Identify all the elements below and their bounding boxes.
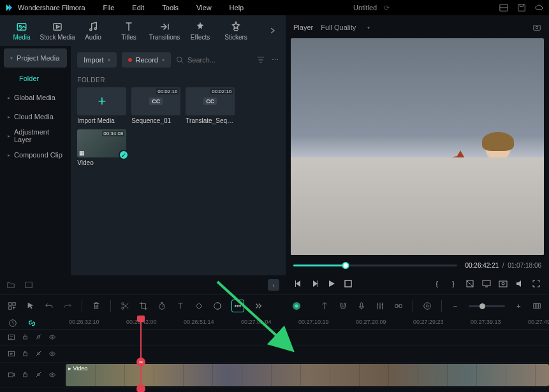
menu-view[interactable]: View [196,4,212,11]
tl-fit-icon[interactable] [532,301,541,311]
tl-zoom-out-icon[interactable]: − [451,301,459,311]
track-eye-icon[interactable] [48,333,56,342]
new-folder-icon[interactable] [6,280,15,289]
tl-render-icon[interactable] [423,301,432,311]
tl-delete-icon[interactable] [92,301,101,311]
window-title: Untitled ⟳ [244,4,499,12]
playhead-handle-icon[interactable] [136,384,145,392]
tl-more-icon[interactable] [254,301,263,311]
sidebar-global-media[interactable]: ▸Global Media [0,88,71,107]
sidebar-project-media[interactable]: ▾Project Media [4,48,67,68]
save-icon[interactable] [517,3,526,12]
tl-ai-icon[interactable] [292,301,301,311]
tab-stock-media[interactable]: Stock Media [40,15,75,46]
tl-split-icon[interactable] [121,301,129,311]
snapshot-icon[interactable] [532,23,541,32]
ruler-ticks: 00:26:32:10 00:26:42:00 00:26:51:14 00:2… [64,317,549,329]
project-title: Untitled [353,4,377,11]
filter-icon[interactable] [256,55,265,64]
translate-sequence-thumb[interactable]: 00:02:16CC Translate_Seque... [186,87,235,124]
track-mute-icon[interactable] [35,371,42,379]
record-button[interactable]: Record▾ [122,52,171,68]
cloud-icon[interactable] [535,3,544,12]
scrub-handle[interactable] [342,262,349,269]
tl-pointer-icon[interactable] [26,301,35,311]
quality-dropdown[interactable]: Full Quality▾ [321,24,370,31]
camera-icon[interactable] [498,279,508,289]
scrub-track[interactable] [293,265,457,266]
tab-transitions[interactable]: Transitions [147,15,182,46]
import-button[interactable]: Import▾ [77,52,116,68]
scrubber[interactable]: 00:26:42:21 / 01:07:18:06 [291,258,544,273]
sequence-thumb[interactable]: 00:02:16CC Sequence_01 [131,87,180,124]
tl-redo-icon[interactable] [63,301,72,311]
tab-media[interactable]: Media [4,15,40,46]
track-mute-icon[interactable] [35,333,42,342]
layout-icon[interactable] [499,3,508,12]
prev-frame-icon[interactable] [293,279,304,289]
video-clip[interactable]: ▸ Video [66,364,549,386]
tl-zoom-in-icon[interactable]: + [515,301,523,311]
import-media-thumb[interactable]: + Import Media [77,87,126,124]
menu-edit[interactable]: Edit [132,4,144,11]
tick: 00:26:32:10 [69,319,99,325]
tl-add-icon[interactable] [8,301,17,311]
tl-undo-icon[interactable] [45,301,54,311]
brace-open-icon[interactable]: { [432,279,442,289]
play-icon[interactable] [326,279,337,289]
tl-mixer-icon[interactable] [376,301,384,311]
tab-effects[interactable]: Effects [182,15,218,46]
tl-link-icon[interactable] [27,318,37,328]
sidebar-folder[interactable]: Folder [0,69,71,88]
tl-text-icon[interactable] [176,301,185,311]
sidebar-adjustment-layer[interactable]: ▸Adjustment Layer [0,126,71,145]
tab-stickers[interactable]: Stickers [218,15,254,46]
mark-in-icon[interactable] [465,279,475,289]
brace-close-icon[interactable]: } [448,279,458,289]
collapse-icon[interactable]: ‹ [268,279,279,291]
track-mute-icon[interactable] [35,350,42,358]
tl-color-icon[interactable] [213,301,222,311]
track-lock-icon[interactable] [22,350,29,358]
stop-icon[interactable] [343,279,353,289]
tl-link2-icon[interactable] [394,301,403,311]
tl-magnet-icon[interactable] [339,301,348,311]
tabs-more-icon[interactable] [263,27,282,34]
timeline-ruler[interactable]: 00:26:32:10 00:26:42:00 00:26:51:14 00:2… [0,317,549,330]
track-eye-icon[interactable] [48,371,56,380]
volume-icon[interactable] [515,279,525,289]
tl-keyframe-icon[interactable] [194,301,203,311]
sidebar-cloud-media[interactable]: ▸Cloud Media [0,107,71,126]
tl-marker-icon[interactable] [320,301,329,311]
menu-file[interactable]: File [103,4,115,11]
preview-viewport[interactable] [291,38,544,255]
cut-marker-icon[interactable]: ✂ [136,358,145,367]
search-field[interactable] [176,56,251,64]
sidebar-compound-clip[interactable]: ▸Compound Clip [0,145,71,164]
display-icon[interactable] [481,279,492,289]
video-thumb[interactable]: 00:34:08▦✓ Video [77,129,126,166]
search-input[interactable] [187,56,251,64]
tl-mic-icon[interactable] [357,301,366,311]
menu-tools[interactable]: Tools [162,4,179,11]
more-icon[interactable]: ⋯ [270,55,279,64]
fullscreen-icon[interactable] [531,279,541,289]
tl-clock-icon[interactable] [8,318,18,328]
tl-speed-icon[interactable] [157,301,166,311]
menu-help[interactable]: Help [230,4,244,11]
track-text-2 [0,346,549,363]
video-track-content[interactable]: ▸ Video ✂ [64,363,549,388]
tab-titles[interactable]: Titles [111,15,147,46]
playhead[interactable] [140,317,142,392]
tab-audio[interactable]: Audio [75,15,111,46]
tl-crop-icon[interactable] [139,301,148,311]
track-eye-icon[interactable] [48,350,56,359]
zoom-slider[interactable] [469,305,505,307]
tl-caption-icon[interactable] [231,300,244,312]
track-lock-icon[interactable] [22,333,29,342]
svg-rect-51 [9,351,15,356]
next-frame-icon[interactable] [310,279,320,289]
new-bin-icon[interactable] [24,280,33,289]
track-lock-icon[interactable] [22,371,29,379]
tab-titles-label: Titles [121,34,136,41]
